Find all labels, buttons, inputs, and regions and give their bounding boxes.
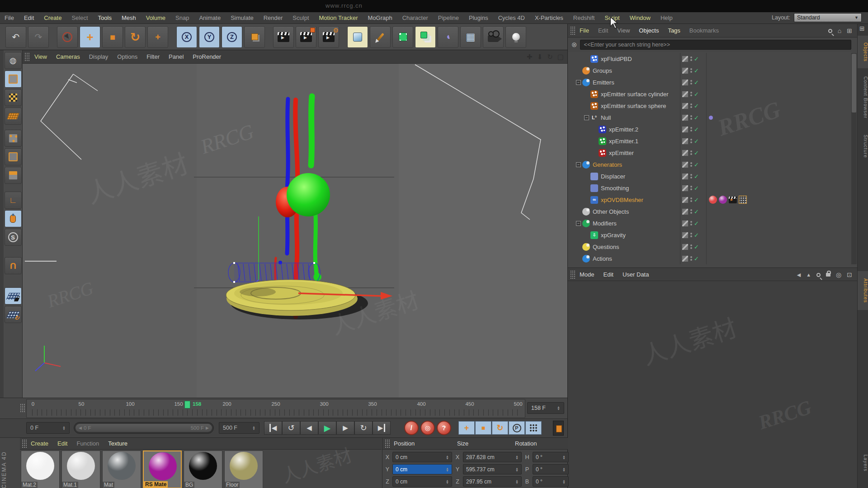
- object-row[interactable]: − Groups ✓: [568, 65, 850, 76]
- object-label[interactable]: Actions: [593, 255, 612, 262]
- object-row[interactable]: − Questions ✓: [568, 241, 850, 253]
- visibility-dots[interactable]: [690, 174, 692, 178]
- object-row[interactable]: − Actions ✓: [568, 253, 850, 264]
- object-row[interactable]: − xpEmitter surface cylinder ✓: [568, 88, 850, 100]
- object-label[interactable]: xpFluidPBD: [601, 56, 632, 62]
- menu-item[interactable]: X-Particles: [535, 14, 563, 21]
- rotate-view-icon[interactable]: ↻: [547, 53, 553, 61]
- render-picture-viewer-button[interactable]: [296, 26, 316, 48]
- object-label[interactable]: Emitters: [593, 79, 614, 86]
- visibility-toggles[interactable]: ✓: [682, 150, 699, 156]
- menu-item[interactable]: Select: [71, 14, 88, 21]
- menu-item[interactable]: Animate: [199, 14, 221, 21]
- dock-icon[interactable]: ⊡: [847, 271, 852, 278]
- enabled-check-icon[interactable]: ✓: [694, 91, 699, 98]
- object-row[interactable]: − L° Null ✓: [568, 112, 850, 123]
- record-button[interactable]: /: [404, 421, 419, 435]
- object-label[interactable]: Displacer: [601, 173, 625, 180]
- side-tab[interactable]: Content Browser: [858, 71, 868, 124]
- object-label[interactable]: xpEmitter: [609, 150, 634, 156]
- tag-icon[interactable]: [709, 116, 713, 120]
- enabled-check-icon[interactable]: ✓: [694, 138, 699, 145]
- viewport-filter-button[interactable]: [5, 210, 22, 227]
- visibility-dots[interactable]: [690, 233, 692, 237]
- visibility-dots[interactable]: [690, 92, 692, 96]
- visibility-dots[interactable]: [690, 221, 692, 225]
- object-row[interactable]: − xpEmitter ✓: [568, 147, 850, 159]
- material-menu-item[interactable]: Texture: [108, 440, 127, 447]
- material-thumbnail[interactable]: Mat: [102, 450, 141, 488]
- coordinate-system-button[interactable]: [244, 26, 265, 48]
- menu-item[interactable]: Render: [264, 14, 283, 21]
- enabled-check-icon[interactable]: ✓: [694, 56, 699, 62]
- panel-grip[interactable]: [20, 404, 25, 413]
- menu-item[interactable]: Create: [44, 14, 61, 21]
- layer-chip[interactable]: [682, 138, 689, 145]
- side-tab[interactable]: Structure: [858, 127, 868, 166]
- visibility-dots[interactable]: [690, 256, 692, 261]
- object-row[interactable]: − Displacer ✓: [568, 170, 850, 182]
- prev-key-button[interactable]: ↺: [282, 421, 300, 435]
- expander-icon[interactable]: −: [576, 221, 581, 226]
- visibility-toggles[interactable]: ✓: [682, 208, 699, 215]
- visibility-toggles[interactable]: ✓: [682, 185, 699, 192]
- object-label[interactable]: Groups: [593, 67, 612, 74]
- layer-chip[interactable]: [682, 150, 689, 156]
- workplane-lock-button[interactable]: [5, 287, 22, 305]
- visibility-dots[interactable]: [690, 244, 692, 249]
- tag-icon[interactable]: [729, 197, 737, 203]
- polygons-mode-button[interactable]: [5, 167, 22, 184]
- goto-start-button[interactable]: ◀: [264, 421, 282, 435]
- visibility-dots[interactable]: [690, 150, 692, 155]
- layer-chip[interactable]: [682, 161, 689, 168]
- object-row[interactable]: − Emitters ✓: [568, 76, 850, 88]
- object-row[interactable]: − xpEmitter.1 ✓: [568, 135, 850, 147]
- lock-icon[interactable]: [826, 273, 830, 277]
- layout-dropdown[interactable]: Standard▼: [794, 13, 862, 22]
- workplane-rotate-button[interactable]: ↻: [5, 306, 22, 323]
- material-menu-item[interactable]: Function: [76, 440, 99, 447]
- playhead[interactable]: [184, 401, 190, 408]
- visibility-dots[interactable]: [690, 127, 692, 131]
- visibility-toggles[interactable]: ✓: [682, 138, 699, 145]
- om-menu-item[interactable]: Tags: [668, 27, 680, 34]
- workplane-button[interactable]: ∟: [5, 192, 22, 209]
- om-menu-item[interactable]: Edit: [598, 27, 608, 34]
- visibility-dots[interactable]: [690, 68, 692, 73]
- object-label[interactable]: xpEmitter.2: [609, 126, 638, 133]
- material-thumbnail[interactable]: Mat.1: [61, 450, 100, 488]
- menu-item[interactable]: Sculpt: [292, 14, 309, 21]
- fullscreen-icon[interactable]: ▢: [557, 53, 564, 61]
- menu-item[interactable]: Window: [630, 14, 651, 21]
- goto-end-button[interactable]: ▶: [373, 421, 391, 435]
- visibility-dots[interactable]: [690, 115, 692, 120]
- key-scale-button[interactable]: ■: [475, 421, 491, 435]
- visibility-toggles[interactable]: ✓: [682, 126, 699, 133]
- key-position-button[interactable]: +: [458, 421, 475, 435]
- layer-chip[interactable]: [682, 126, 689, 133]
- viewport-menu-item[interactable]: Cameras: [56, 53, 80, 60]
- expand-strip-icon[interactable]: ⊞: [859, 25, 865, 32]
- edit-render-settings-button[interactable]: ⚙: [318, 26, 339, 48]
- lock-x-axis-button[interactable]: X: [176, 26, 197, 48]
- layer-chip[interactable]: [682, 197, 689, 203]
- object-row[interactable]: − xpFluidPBD ✓: [568, 53, 850, 65]
- autokey-button[interactable]: ◎: [420, 421, 435, 435]
- panel-grip[interactable]: [570, 26, 576, 35]
- am-menu-item[interactable]: Mode: [580, 271, 594, 278]
- enabled-check-icon[interactable]: ✓: [694, 255, 699, 262]
- menu-item[interactable]: Redshift: [573, 14, 595, 21]
- floor-button[interactable]: ▦: [460, 26, 481, 48]
- expander-icon[interactable]: −: [584, 115, 589, 120]
- zoom-icon[interactable]: ⬇: [537, 53, 543, 61]
- menu-item[interactable]: Mesh: [122, 14, 136, 21]
- enabled-check-icon[interactable]: ✓: [694, 114, 699, 121]
- enabled-check-icon[interactable]: ✓: [694, 126, 699, 133]
- add-panel-icon[interactable]: ⊞: [847, 27, 852, 34]
- visibility-dots[interactable]: [690, 103, 692, 108]
- preview-range-slider[interactable]: ◀ 0 F 500 F ▶: [74, 422, 214, 434]
- layer-chip[interactable]: [682, 185, 689, 192]
- target-icon[interactable]: ◎: [836, 271, 841, 278]
- key-parameter-button[interactable]: P: [509, 421, 525, 435]
- tag-icon[interactable]: [739, 196, 747, 204]
